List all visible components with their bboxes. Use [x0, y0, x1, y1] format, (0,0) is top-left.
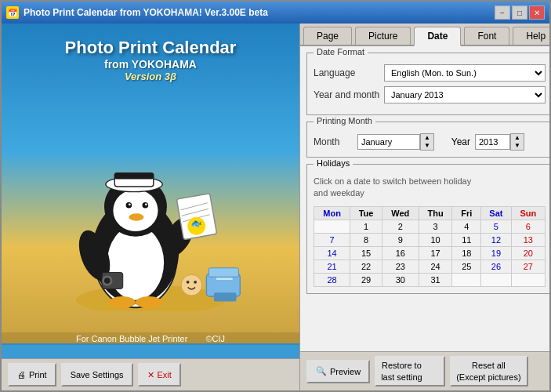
- calendar-day: [511, 273, 546, 286]
- year-label: Year: [439, 136, 470, 147]
- language-select[interactable]: English (Mon. to Sun.): [384, 64, 546, 82]
- reset-label: Reset all(Except pictures): [456, 360, 521, 383]
- svg-rect-34: [214, 292, 237, 301]
- calendar-day[interactable]: 27: [511, 260, 546, 273]
- calendar-day: [452, 273, 481, 286]
- tab-font[interactable]: Font: [464, 27, 509, 45]
- month-input[interactable]: [357, 134, 420, 150]
- tab-page[interactable]: Page: [303, 27, 352, 45]
- calendar-day[interactable]: 5: [481, 220, 511, 233]
- calendar-day[interactable]: 26: [481, 260, 511, 273]
- holidays-title: Holidays: [314, 158, 353, 168]
- tab-help[interactable]: Help: [513, 27, 549, 45]
- calendar-day[interactable]: 28: [314, 273, 350, 286]
- svg-point-31: [194, 281, 197, 284]
- calendar-day[interactable]: 15: [350, 246, 382, 260]
- calendar-day[interactable]: 23: [382, 260, 419, 273]
- calendar-grid: Mon Tue Wed Thu Fri Sat Sun 123: [314, 206, 546, 287]
- svg-point-25: [136, 296, 162, 308]
- year-month-label: Year and month: [314, 89, 384, 100]
- right-panel: Page Picture Date Font Help: [299, 24, 549, 390]
- title-bar-left: 📅 Photo Print Calendar from YOKOHAMA! Ve…: [6, 6, 268, 19]
- calendar-day[interactable]: 8: [350, 233, 382, 246]
- window-title: Photo Print Calendar from YOKOHAMA! Ver.…: [24, 7, 268, 18]
- calendar-day[interactable]: 22: [350, 260, 382, 273]
- calendar-week-4: 28293031: [314, 273, 546, 286]
- holidays-content: Click on a date to switch between holida…: [307, 165, 549, 293]
- calendar-day[interactable]: 12: [481, 233, 511, 246]
- reset-button[interactable]: Reset all(Except pictures): [450, 356, 528, 387]
- left-panel: Photo Print Calendar from YOKOHAMA Versi…: [2, 24, 299, 390]
- calendar-day[interactable]: 2: [382, 220, 419, 233]
- svg-point-28: [104, 278, 111, 284]
- calendar-day[interactable]: 11: [452, 233, 481, 246]
- calendar-day[interactable]: 3: [419, 220, 452, 233]
- svg-point-6: [113, 189, 158, 230]
- restore-button[interactable]: Restore tolast setting: [375, 356, 445, 387]
- calendar-day[interactable]: 17: [419, 246, 452, 260]
- month-year-row: Month ▲ ▼ Year: [314, 133, 546, 151]
- month-down-button[interactable]: ▼: [421, 142, 433, 150]
- calendar-day[interactable]: 7: [314, 233, 350, 246]
- calendar-day[interactable]: 20: [511, 246, 546, 260]
- calendar-day[interactable]: 1: [350, 220, 382, 233]
- tab-date[interactable]: Date: [414, 27, 461, 46]
- tab-bar: Page Picture Date Font Help: [300, 24, 549, 46]
- calendar-day: [481, 273, 511, 286]
- app-title-line2: from YOKOHAMA: [65, 58, 237, 71]
- svg-rect-16: [114, 172, 154, 179]
- title-bar: 📅 Photo Print Calendar from YOKOHAMA! Ve…: [2, 2, 549, 24]
- calendar-day[interactable]: 21: [314, 260, 350, 273]
- year-month-row: Year and month January 2013: [314, 86, 546, 103]
- exit-button[interactable]: ✕ Exit: [138, 363, 181, 387]
- app-title: Photo Print Calendar from YOKOHAMA Versi…: [65, 38, 237, 82]
- right-bottom-buttons: 🔍 Preview Restore tolast setting Reset a…: [300, 351, 549, 390]
- app-version: Version 3β: [65, 71, 237, 82]
- calendar-day[interactable]: 19: [481, 246, 511, 260]
- header-fri: Fri: [452, 206, 481, 220]
- calendar-day[interactable]: 31: [419, 273, 452, 286]
- printer-icon: 🖨: [17, 370, 26, 379]
- year-down-button[interactable]: ▼: [511, 142, 524, 150]
- calendar-day[interactable]: 29: [350, 273, 382, 286]
- calendar-day[interactable]: 24: [419, 260, 452, 273]
- svg-rect-35: [216, 278, 233, 280]
- language-row: Language English (Mon. to Sun.): [314, 64, 546, 82]
- year-input[interactable]: [475, 134, 510, 150]
- preview-button[interactable]: 🔍 Preview: [306, 360, 370, 383]
- date-format-section: Date Format Language English (Mon. to Su…: [306, 53, 549, 115]
- year-up-button[interactable]: ▲: [511, 134, 524, 142]
- calendar-day[interactable]: 30: [382, 273, 419, 286]
- month-up-button[interactable]: ▲: [421, 134, 433, 142]
- svg-point-30: [187, 281, 190, 284]
- calendar-day[interactable]: 13: [511, 233, 546, 246]
- minimize-button[interactable]: −: [495, 5, 510, 20]
- title-controls: − □ ✕: [495, 5, 545, 20]
- calendar-day[interactable]: 16: [382, 246, 419, 260]
- calendar-day[interactable]: 25: [452, 260, 481, 273]
- holidays-section: Holidays Click on a date to switch betwe…: [306, 164, 549, 294]
- svg-point-24: [109, 296, 136, 308]
- header-thu: Thu: [419, 206, 452, 220]
- app-icon: 📅: [6, 6, 19, 19]
- print-button[interactable]: 🖨 Print: [8, 363, 56, 387]
- calendar-day[interactable]: 9: [382, 233, 419, 246]
- calendar-day[interactable]: 18: [452, 246, 481, 260]
- calendar-day[interactable]: 4: [452, 220, 481, 233]
- calendar-day[interactable]: 14: [314, 246, 350, 260]
- month-label: Month: [314, 136, 353, 147]
- svg-point-12: [145, 203, 147, 205]
- save-settings-button[interactable]: Save Settings: [61, 363, 133, 387]
- close-button[interactable]: ✕: [529, 5, 545, 20]
- calendar-day[interactable]: 10: [419, 233, 452, 246]
- save-label: Save Settings: [71, 370, 124, 379]
- svg-point-29: [181, 274, 202, 296]
- date-format-title: Date Format: [314, 47, 368, 56]
- restore-button[interactable]: □: [512, 5, 527, 20]
- header-sat: Sat: [481, 206, 511, 220]
- date-tab-content: Date Format Language English (Mon. to Su…: [300, 46, 549, 351]
- year-month-select[interactable]: January 2013: [384, 86, 546, 103]
- tab-picture[interactable]: Picture: [355, 27, 411, 45]
- printer-caption: For Canon Bubble Jet Printer: [76, 334, 187, 343]
- calendar-day[interactable]: 6: [511, 220, 546, 233]
